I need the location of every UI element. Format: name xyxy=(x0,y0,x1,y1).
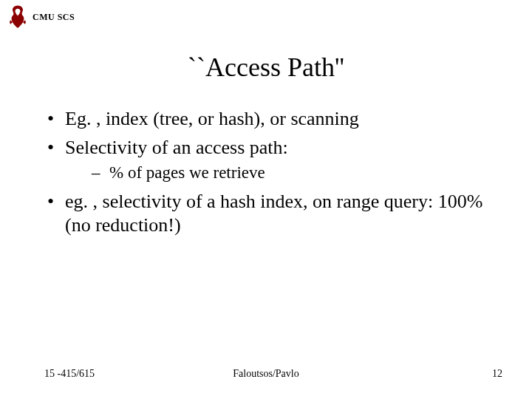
sub-bullet-text: % of pages we retrieve xyxy=(109,163,265,182)
slide-body: Eg. , index (tree, or hash), or scanning… xyxy=(44,107,488,242)
bullet-text: Eg. , index (tree, or hash), or scanning xyxy=(65,108,359,129)
bullet-item: Eg. , index (tree, or hash), or scanning xyxy=(44,107,488,132)
footer-page-number: 12 xyxy=(492,368,502,380)
slide-title: ``Access Path'' xyxy=(0,52,532,83)
sub-bullet-list: % of pages we retrieve xyxy=(65,163,488,184)
slide-footer: 15 -415/615 Faloutsos/Pavlo 12 xyxy=(0,368,532,383)
bullet-text: Selectivity of an access path: xyxy=(65,137,288,158)
bullet-text: eg. , selectivity of a hash index, on ra… xyxy=(65,191,482,236)
sub-bullet-item: % of pages we retrieve xyxy=(65,163,488,184)
slide-header: CMU SCS xyxy=(7,4,75,30)
bullet-item: eg. , selectivity of a hash index, on ra… xyxy=(44,190,488,238)
slide: CMU SCS ``Access Path'' Eg. , index (tre… xyxy=(0,0,532,399)
bullet-item: Selectivity of an access path: % of page… xyxy=(44,136,488,184)
cmu-scotty-logo-icon xyxy=(7,4,28,30)
affiliation-label: CMU SCS xyxy=(33,12,75,23)
bullet-list: Eg. , index (tree, or hash), or scanning… xyxy=(44,107,488,238)
footer-authors: Faloutsos/Pavlo xyxy=(0,368,532,380)
